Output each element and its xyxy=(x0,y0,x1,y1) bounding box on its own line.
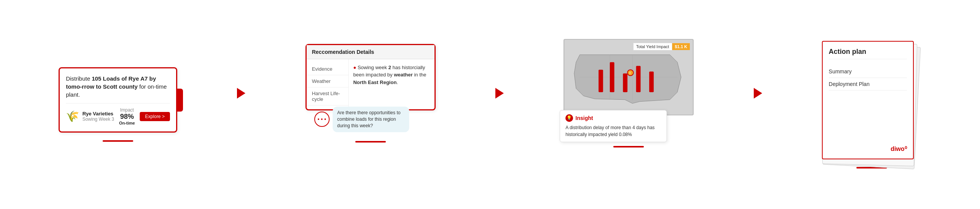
arrow1 xyxy=(237,88,245,99)
impact-label: Impact xyxy=(120,107,134,113)
action-item-summary: Summary xyxy=(829,65,907,78)
explore-button[interactable]: Explore > xyxy=(140,112,170,121)
card-handle xyxy=(176,89,183,112)
step3-line xyxy=(613,146,644,147)
sidebar-evidence[interactable]: Evidence xyxy=(307,63,348,75)
yield-label: Total Yield Impact xyxy=(633,43,672,50)
step3: ! Total Yield Impact $1.1 K 💡 Insight A … xyxy=(564,39,694,147)
step1: Distribute 105 Loads of Rye A7 by tomo-r… xyxy=(59,67,177,142)
arrow3-icon xyxy=(754,88,762,99)
main-container: Distribute 105 Loads of Rye A7 by tomo-r… xyxy=(0,0,980,209)
impact-value: 98% xyxy=(120,113,134,121)
details-content: ● Sowing week 2 has historcially been im… xyxy=(349,59,434,109)
diwo-logo-accent: ⁰ xyxy=(905,146,907,152)
chat-icon[interactable]: • • • xyxy=(314,112,330,127)
details-body: Evidence Weather Harvest Life-cycle ● So… xyxy=(307,59,434,109)
details-sidebar: Evidence Weather Harvest Life-cycle xyxy=(307,59,349,109)
action-paper-front: Action plan Summary Deployment Plan diwo… xyxy=(822,41,914,159)
impact-sublabel: On-time xyxy=(119,121,135,125)
svg-rect-6 xyxy=(623,73,628,92)
insight-title-text: Insight xyxy=(575,115,593,121)
rye-subtitle: Sowing Week 3 xyxy=(82,117,114,122)
yield-value: $1.1 K xyxy=(672,43,690,50)
map-card: ! Total Yield Impact $1.1 K 💡 Insight A … xyxy=(564,39,694,115)
rye-info: Rye Varieties Sowing Week 3 xyxy=(82,111,114,122)
step4: Action plan Summary Deployment Plan diwo… xyxy=(822,41,921,168)
chat-container: • • • Are there there opportunities to c… xyxy=(314,107,409,132)
insight-icon: 💡 xyxy=(565,114,573,122)
svg-rect-5 xyxy=(610,62,614,92)
svg-rect-7 xyxy=(636,66,641,92)
svg-text:!: ! xyxy=(629,71,630,75)
card-bottom: 🌾 Rye Varieties Sowing Week 3 Impact 98%… xyxy=(66,103,170,125)
sidebar-weather[interactable]: Weather xyxy=(307,75,348,87)
svg-rect-8 xyxy=(649,71,654,92)
action-plan-title: Action plan xyxy=(829,48,907,59)
arrow2 xyxy=(495,88,504,99)
diwo-logo-text: diwo xyxy=(890,146,904,152)
content-text: Sowing week 2 has historcially been impa… xyxy=(353,65,426,85)
rye-icon: 🌾 xyxy=(66,110,79,123)
step2: Reccomendation Details Evidence Weather … xyxy=(305,44,436,143)
explore-label: Explore > xyxy=(145,114,165,119)
insight-text: A distribution delay of more than 4 days… xyxy=(565,124,661,138)
insight-box: 💡 Insight A distribution delay of more t… xyxy=(560,110,667,142)
arrow2-icon xyxy=(495,88,504,99)
arrow1-icon xyxy=(237,88,245,99)
details-card: Reccomendation Details Evidence Weather … xyxy=(305,44,436,110)
yield-badge: Total Yield Impact $1.1 K xyxy=(633,43,690,50)
sidebar-harvest[interactable]: Harvest Life-cycle xyxy=(307,87,348,105)
recommendation-card: Distribute 105 Loads of Rye A7 by tomo-r… xyxy=(59,67,177,133)
step1-line xyxy=(103,140,133,142)
chat-dots: • • • xyxy=(317,116,326,122)
us-map-svg: ! xyxy=(564,40,693,115)
impact-section: Impact 98% On-time xyxy=(119,107,135,125)
diwo-logo: diwo⁰ xyxy=(890,145,906,152)
arrow3 xyxy=(754,88,762,99)
chat-bubble: Are there there opportunities to combine… xyxy=(333,107,409,132)
action-card: Action plan Summary Deployment Plan diwo… xyxy=(822,41,921,159)
action-item-deployment: Deployment Plan xyxy=(829,78,907,91)
rye-title: Rye Varieties xyxy=(82,111,114,117)
step2-line xyxy=(355,141,386,143)
bullet-point: ● xyxy=(353,65,358,70)
map-container: ! Total Yield Impact $1.1 K xyxy=(564,39,694,115)
details-header: Reccomendation Details xyxy=(307,45,434,59)
insight-title: 💡 Insight xyxy=(565,114,661,122)
svg-rect-4 xyxy=(599,70,603,92)
card-main-text: Distribute 105 Loads of Rye A7 by tomo-r… xyxy=(66,75,170,99)
